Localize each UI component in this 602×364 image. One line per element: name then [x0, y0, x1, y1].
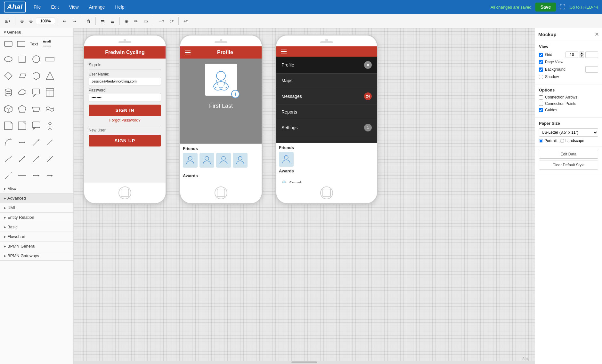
shape-arrow-both[interactable]: [16, 137, 28, 148]
section-bpmn-gateways[interactable]: ▶ BPMN Gateways: [0, 251, 73, 261]
shape-table[interactable]: [44, 87, 56, 98]
pages-btn[interactable]: ⊞ ▾: [3, 17, 12, 25]
shape-dotted-line[interactable]: [3, 170, 14, 181]
sign-up-button[interactable]: SIGN UP: [89, 135, 161, 146]
undo-btn[interactable]: ↩: [61, 17, 69, 25]
menu-arrange[interactable]: Arrange: [86, 3, 108, 11]
shape-square[interactable]: [16, 53, 28, 65]
username-input[interactable]: [89, 77, 161, 85]
canvas-background[interactable]: Fredwin Cycling Sign in User Name: Passw…: [74, 28, 535, 364]
add-photo-icon[interactable]: +: [231, 90, 240, 98]
phone1-home-btn[interactable]: [118, 186, 131, 199]
menu-help[interactable]: Help: [112, 3, 127, 11]
forgot-password-link[interactable]: Forgot Password?: [89, 118, 161, 123]
shape-arrow-up-right[interactable]: [16, 153, 28, 165]
background-checkbox[interactable]: [539, 67, 543, 72]
menu-edit[interactable]: Edit: [48, 3, 61, 11]
section-entity-relation[interactable]: ▶ Entity Relation: [0, 213, 73, 222]
close-panel-button[interactable]: ✕: [595, 31, 599, 37]
section-misc[interactable]: ▶ Misc: [0, 184, 73, 194]
save-button[interactable]: Save: [535, 3, 556, 12]
shape-person[interactable]: [44, 120, 56, 131]
shape-pentagon[interactable]: [16, 103, 28, 115]
grid-checkbox[interactable]: [539, 53, 543, 57]
phone2-home-btn[interactable]: [215, 186, 227, 199]
line-btn[interactable]: ✏: [132, 17, 140, 25]
shape-arrow-left-right-2[interactable]: [30, 170, 42, 181]
shape-callout[interactable]: [30, 87, 42, 98]
section-flowchart[interactable]: ▶ Flowchart: [0, 232, 73, 241]
guides-checkbox[interactable]: [539, 108, 543, 112]
shape-circle[interactable]: [30, 53, 42, 65]
background-color-box[interactable]: [585, 66, 598, 73]
menu-file[interactable]: File: [31, 3, 44, 11]
shape-speech[interactable]: [30, 120, 42, 131]
shape-s-curve[interactable]: [3, 153, 14, 165]
landscape-radio[interactable]: [560, 139, 564, 143]
password-input[interactable]: [89, 93, 161, 101]
shape-diamond[interactable]: [3, 70, 14, 82]
connection-points-checkbox[interactable]: [539, 102, 543, 106]
portrait-label[interactable]: Portrait: [539, 138, 557, 143]
section-basic[interactable]: ▶ Basic: [0, 222, 73, 232]
to-front-btn[interactable]: ⬒: [98, 17, 107, 25]
page-view-checkbox[interactable]: [539, 60, 543, 64]
section-bpmn-general[interactable]: ▶ BPMN General: [0, 241, 73, 251]
waypoint-btn[interactable]: ↕ ▾: [167, 17, 176, 25]
shape-text[interactable]: Text: [28, 38, 40, 50]
section-uml[interactable]: ▶ UML: [0, 203, 73, 213]
shape-pencil[interactable]: [44, 137, 56, 148]
menu-item-maps[interactable]: Maps: [276, 74, 377, 88]
landscape-label[interactable]: Landscape: [560, 138, 584, 143]
menu-item-profile[interactable]: Profile 8: [276, 57, 377, 74]
shape-trapezoid[interactable]: [30, 103, 42, 115]
stepper-down[interactable]: ▼: [580, 55, 584, 58]
phone-mockup-login[interactable]: Fredwin Cycling Sign in User Name: Passw…: [83, 35, 167, 204]
menu-item-messages[interactable]: Messages 24: [276, 88, 377, 105]
shape-rect[interactable]: [15, 38, 27, 50]
shape-hexagon[interactable]: [30, 70, 42, 82]
shape-doc[interactable]: [16, 120, 28, 131]
connection-arrows-checkbox[interactable]: [539, 95, 543, 99]
shape-cylinder[interactable]: [3, 87, 14, 98]
shadow-checkbox[interactable]: [539, 75, 543, 79]
phone-mockup-profile[interactable]: Profile: [179, 35, 263, 204]
shape-wave[interactable]: [44, 103, 56, 115]
menu-hamburger-icon[interactable]: [281, 50, 287, 53]
shape-note[interactable]: [3, 120, 14, 131]
clear-style-button[interactable]: Clear Default Style: [539, 161, 598, 170]
fullscreen-button[interactable]: ⛶: [560, 4, 565, 11]
shape-arrow-45[interactable]: [30, 153, 42, 165]
shape-wide-rect[interactable]: [44, 53, 56, 65]
to-back-btn[interactable]: ⬓: [108, 17, 117, 25]
shape-arrow-curve[interactable]: [3, 137, 14, 148]
section-advanced[interactable]: ▶ Advanced: [0, 194, 73, 203]
fill-btn[interactable]: ◉: [122, 17, 131, 25]
shadow-shape-btn[interactable]: ▭: [142, 17, 150, 25]
menu-view[interactable]: View: [67, 3, 81, 11]
shape-arrow-right[interactable]: [44, 170, 56, 181]
insert-btn[interactable]: + ▾: [181, 17, 190, 25]
portrait-radio[interactable]: [539, 139, 543, 143]
goto-link[interactable]: Go to FRED-44: [569, 5, 598, 10]
zoom-out-btn[interactable]: ⊖: [27, 17, 35, 25]
paper-size-select[interactable]: US-Letter (8,5" x 11"): [539, 128, 598, 137]
delete-btn[interactable]: 🗑: [84, 17, 93, 25]
horizontal-scrollbar[interactable]: [74, 361, 535, 364]
sign-in-button[interactable]: SIGN IN: [89, 105, 161, 116]
shape-line-h[interactable]: [16, 170, 28, 181]
zoom-value[interactable]: 100%: [36, 18, 55, 24]
zoom-in-btn[interactable]: ⊕: [18, 17, 26, 25]
shape-triangle[interactable]: [44, 70, 56, 82]
shape-parallelogram[interactable]: [16, 70, 28, 82]
shape-cube[interactable]: [3, 103, 14, 115]
hamburger-icon[interactable]: [185, 51, 191, 54]
search-bar[interactable]: 🔍 Search: [279, 178, 374, 183]
shape-ellipse[interactable]: [3, 53, 14, 65]
stepper-up[interactable]: ▲: [580, 51, 584, 55]
shape-rounded-rect[interactable]: [3, 38, 14, 50]
arrow-btn[interactable]: → ▾: [156, 17, 166, 25]
canvas-area[interactable]: Fredwin Cycling Sign in User Name: Passw…: [74, 28, 535, 364]
grid-pt-input[interactable]: [565, 51, 578, 58]
menu-item-settings[interactable]: Settings 1: [276, 119, 377, 136]
